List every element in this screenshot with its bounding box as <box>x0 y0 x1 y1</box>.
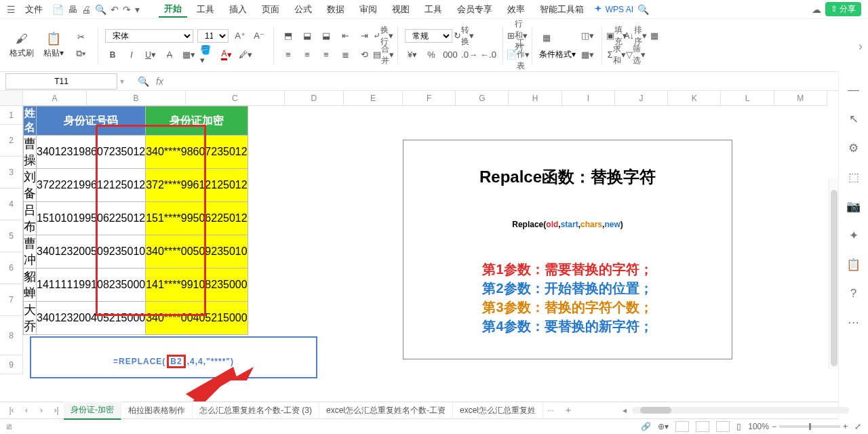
preview-icon[interactable]: 🔍 <box>95 4 106 15</box>
align-top-icon[interactable]: ⬒ <box>281 28 296 43</box>
print-icon[interactable]: 🖶 <box>68 4 77 15</box>
col-header-I[interactable]: I <box>562 91 615 106</box>
camera-icon[interactable]: 📷 <box>846 199 861 214</box>
more-icon[interactable]: ▦ <box>647 28 662 43</box>
paste-button[interactable]: 📋粘贴▾ <box>41 31 66 59</box>
col-header-F[interactable]: F <box>403 91 456 106</box>
dec-dec-icon[interactable]: ←.0 <box>481 47 496 62</box>
ribbon-expand-icon[interactable]: › <box>859 39 863 54</box>
sheet-tab-2[interactable]: 怎么汇总重复姓名个数-工资 (3) <box>193 402 319 419</box>
help-icon[interactable]: ? <box>850 287 856 300</box>
strike-icon[interactable]: A <box>162 47 177 62</box>
hamburger-icon[interactable]: ☰ <box>7 4 16 15</box>
tab-first-icon[interactable]: |‹ <box>4 406 19 415</box>
zoom-control[interactable]: 100% − + <box>748 422 848 431</box>
table-cell[interactable]: 刘备 <box>24 169 37 202</box>
fx-icon[interactable]: fx <box>156 76 163 87</box>
font-decrease-icon[interactable]: A⁻ <box>252 28 267 43</box>
currency-icon[interactable]: ¥▾ <box>405 47 420 62</box>
col-header-E[interactable]: E <box>344 91 403 106</box>
tab-home[interactable]: 开始 <box>159 1 187 18</box>
tab-view[interactable]: 视图 <box>387 2 415 17</box>
justify-icon[interactable]: ≣ <box>338 47 353 62</box>
tab-data[interactable]: 数据 <box>321 2 350 17</box>
table-cell[interactable]: 吕布 <box>24 202 37 235</box>
zoom-out-icon[interactable]: − <box>772 422 776 431</box>
tab-review[interactable]: 审阅 <box>354 2 382 17</box>
filter-button[interactable]: ▽ 筛选▾ <box>628 47 643 62</box>
font-color-icon[interactable]: A▾ <box>219 47 234 62</box>
col-header-J[interactable]: J <box>615 91 668 106</box>
cut-icon[interactable]: ✂ <box>73 30 88 45</box>
tab-formula[interactable]: 公式 <box>289 2 317 17</box>
align-center-icon[interactable]: ≡ <box>300 47 315 62</box>
row-headers[interactable]: 123456789 <box>0 106 23 374</box>
table-cell[interactable]: 151010199506225012 <box>37 202 146 235</box>
horizontal-scrollbar[interactable] <box>632 407 849 414</box>
table-cell[interactable]: 340****98607235012 <box>146 136 248 169</box>
col-header-C[interactable]: C <box>186 91 285 106</box>
minus-icon[interactable]: — <box>848 83 859 97</box>
name-box[interactable] <box>5 73 117 90</box>
italic-icon[interactable]: I <box>124 47 139 62</box>
worksheet-button[interactable]: 📄 工作表▾ <box>510 47 525 62</box>
share-button[interactable]: ⇧ 分享 <box>825 2 861 16</box>
sum-button[interactable]: Σ 求和▾ <box>609 47 624 62</box>
print-setup-icon[interactable]: 🖨 <box>81 4 91 15</box>
percent-icon[interactable]: % <box>424 47 439 62</box>
indent-inc-icon[interactable]: ⇥ <box>357 28 372 43</box>
tab-tools1[interactable]: 工具 <box>191 2 220 17</box>
fullscreen-icon[interactable]: ⤢ <box>854 422 861 431</box>
sheet-tab-4[interactable]: excel怎么汇总重复姓 <box>453 402 543 419</box>
rotate-button[interactable]: ↻ 转换▾ <box>456 28 471 43</box>
sheet-tab-0[interactable]: 身份证-加密 <box>64 401 121 420</box>
col-header-B[interactable]: B <box>87 91 186 106</box>
merge-button[interactable]: ▤ 合并▾ <box>376 47 391 62</box>
vertical-scrollbar[interactable] <box>829 178 838 369</box>
orient-icon[interactable]: ⟲ <box>357 47 372 62</box>
col-header-H[interactable]: H <box>509 91 561 106</box>
number-format-select[interactable]: 常规 <box>405 29 452 43</box>
row-header-6[interactable]: 6 <box>0 252 23 284</box>
font-increase-icon[interactable]: A⁺ <box>233 28 248 43</box>
font-size-select[interactable]: 11 <box>197 29 229 43</box>
cond-format-label[interactable]: 条件格式▾ <box>539 49 576 60</box>
tab-prev-icon[interactable]: ‹ <box>19 406 34 415</box>
col-header-G[interactable]: G <box>456 91 509 106</box>
table-cell[interactable]: 340123200509235010 <box>37 235 146 269</box>
col-header-K[interactable]: K <box>668 91 721 106</box>
split-icon[interactable]: ▯ <box>736 422 741 431</box>
sort-button[interactable]: A↓ 排序▾ <box>628 28 643 43</box>
table-cell[interactable]: 曹操 <box>24 136 37 169</box>
select-all-corner[interactable] <box>0 91 23 106</box>
table-cell[interactable]: 大乔 <box>24 302 37 335</box>
border-icon[interactable]: ▦▾ <box>181 47 196 62</box>
copy-icon[interactable]: ⧉▾ <box>73 46 88 61</box>
table-cell[interactable]: 340123200405215000 <box>37 302 146 335</box>
target-icon[interactable]: ⊕▾ <box>658 422 669 431</box>
row-header-9[interactable]: 9 <box>0 355 23 374</box>
data-table[interactable]: 姓名身份证号码身份证加密曹操340123198607235012340****9… <box>23 106 248 335</box>
spreadsheet-grid[interactable]: ABCDEFGHIJKLM 123456789 姓名身份证号码身份证加密曹操34… <box>0 91 868 401</box>
tab-vip[interactable]: 会员专享 <box>452 2 498 17</box>
select-tool-icon[interactable]: ↖ <box>849 112 859 126</box>
view-break-icon[interactable] <box>716 421 730 432</box>
add-sheet-button[interactable]: ＋ <box>558 404 578 416</box>
bold-icon[interactable]: B <box>105 47 120 62</box>
col-header-A[interactable]: A <box>23 91 87 106</box>
tab-tools2[interactable]: 工具 <box>419 2 448 17</box>
redo-icon[interactable]: ↷ <box>123 4 131 15</box>
lookup-icon[interactable]: 🔍 <box>138 76 149 87</box>
formula-input[interactable] <box>170 73 868 90</box>
highlight-icon[interactable]: 🖉▾ <box>238 47 253 62</box>
wrap-button[interactable]: ⤶ 换行▾ <box>376 28 391 43</box>
align-left-icon[interactable]: ≡ <box>281 47 296 62</box>
row-header-1[interactable]: 1 <box>0 106 23 125</box>
sheet-tab-3[interactable]: excel怎么汇总重复姓名个数-工资 <box>319 402 453 419</box>
dec-inc-icon[interactable]: .0→ <box>462 47 477 62</box>
row-header-8[interactable]: 8 <box>0 316 23 355</box>
row-header-3[interactable]: 3 <box>0 157 23 189</box>
row-header-5[interactable]: 5 <box>0 220 23 252</box>
underline-icon[interactable]: U▾ <box>143 47 158 62</box>
row-header-4[interactable]: 4 <box>0 189 23 220</box>
